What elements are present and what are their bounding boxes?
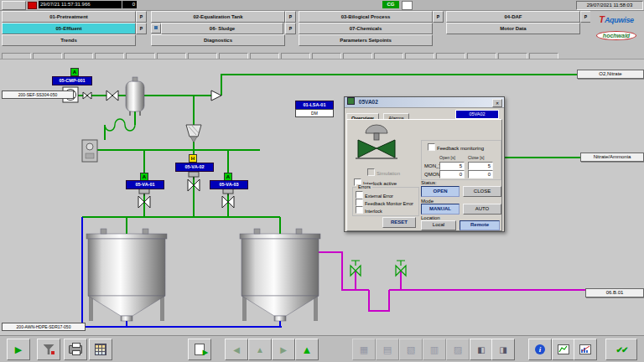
nav-forward-button[interactable]: ▶ [272, 339, 295, 360]
tool-button-5[interactable]: ▨ [446, 339, 470, 360]
back-arrow-icon: ◀ [233, 345, 240, 354]
run-button[interactable]: ▶ [7, 339, 30, 360]
nitrate-ammonia-label: Nitrate/Ammonia [580, 153, 644, 162]
outlet-06b01-label: 06.B.01 [585, 288, 644, 297]
dialog-titlebar[interactable]: 05VA02 ✕ [345, 97, 504, 108]
nav-back-button[interactable]: ◀ [225, 339, 248, 360]
cg-badge: CG [382, 1, 399, 8]
pump-box-icon [82, 140, 97, 162]
cg-aux-box [402, 1, 413, 10]
info-button[interactable]: i [528, 339, 552, 360]
errors-groupbox: Errors External Error Feedback Monitor E… [352, 187, 419, 216]
print-button[interactable] [64, 339, 87, 360]
hand-valve-icon [351, 261, 406, 276]
tool-button-3[interactable]: ▧ [399, 339, 423, 360]
trend-icon [558, 344, 569, 354]
valve-graphic-icon [354, 123, 399, 160]
simulation-checkbox[interactable]: Simulation [367, 168, 400, 178]
aerator-icon [186, 125, 201, 142]
reset-button[interactable]: RESET [382, 217, 416, 228]
local-button[interactable]: Local [421, 220, 456, 230]
tool-icon-1: ▦ [360, 344, 368, 355]
auto-button[interactable]: AUTO [463, 204, 501, 215]
close-icon[interactable]: ✕ [492, 99, 502, 107]
nav-05-effluent[interactable]: 05-Effluent [2, 23, 136, 34]
nav-trends[interactable]: Trends [2, 34, 136, 46]
compressor-status-badge: A [70, 68, 79, 76]
tank-1-icon [86, 229, 167, 321]
nav-05-p-button[interactable]: P [136, 23, 147, 34]
valve-03-tag[interactable]: 05-VA-03 [210, 180, 248, 189]
nav-01-p-button[interactable]: P [136, 11, 147, 23]
report-button[interactable] [89, 339, 112, 360]
nav-03-p-button[interactable]: P [433, 11, 444, 23]
nav-06-p-button[interactable]: P [285, 23, 296, 34]
report-grid-icon [95, 344, 106, 355]
brand-name: Aquwise [605, 16, 634, 24]
play-icon: ▶ [15, 344, 22, 355]
alarm-line-button[interactable] [2, 1, 26, 10]
alarm-indicator-icon [28, 2, 37, 9]
mon-t-open-field[interactable]: 5 [439, 162, 465, 170]
nav-02-p-button[interactable]: P [285, 11, 296, 23]
alarm-count: 0 [122, 1, 137, 8]
mon-t-close-field[interactable]: 5 [468, 162, 493, 170]
nav-motor-data[interactable]: Motor Data [446, 23, 580, 34]
nav-02-equalization-tank[interactable]: 02-Equalization Tank [151, 11, 285, 23]
trend-button[interactable] [552, 339, 575, 360]
compressor-tag[interactable]: 05-CMP-001 [52, 76, 92, 85]
inlet-pipe-label: 200-SEF-SS304-050 [2, 90, 74, 99]
export-button[interactable]: ▶ [188, 339, 211, 360]
tool-button-4[interactable]: ▥ [423, 339, 446, 360]
page-up-button[interactable]: ▲ [295, 339, 319, 360]
info-icon: i [535, 344, 545, 354]
valve-02-tag[interactable]: 05-VA-02 [175, 163, 214, 172]
nav-01-pretreatment[interactable]: 01-Pretreatment [2, 11, 136, 23]
remote-button[interactable]: Remote [460, 220, 500, 230]
open-button[interactable]: OPEN [421, 186, 460, 197]
valve-02-status-badge: H [189, 154, 197, 163]
filter-icon [44, 344, 55, 354]
brand-mark: T [599, 14, 605, 24]
bottom-toolbar: ▶ ▶ ◀ ▲ ▶ ▲ ▦ ▤ ▧ ▥ ▨ ◧ ◨ i ✔✔ [0, 335, 644, 362]
tank-2-icon [240, 229, 320, 321]
window-left-icon: ◧ [477, 345, 485, 354]
double-check-icon: ✔✔ [616, 345, 627, 354]
tool-button-1[interactable]: ▦ [352, 339, 376, 360]
window-split-button-2[interactable]: ◨ [491, 339, 515, 360]
nav-04-daf[interactable]: 04-DAF [446, 11, 580, 23]
open-seconds-header: Open [s] [439, 155, 455, 161]
chart-icon [579, 344, 591, 354]
qmon-t-open-field[interactable]: 0 [439, 170, 465, 178]
manual-button[interactable]: MANUAL [421, 204, 460, 215]
chart-button[interactable] [574, 339, 597, 360]
interlock-checkbox[interactable]: Interlock [356, 206, 382, 215]
alarm-timestamp: 29/07/21 11:57:31.966 [39, 1, 122, 8]
printer-icon [69, 345, 82, 354]
window-split-button-1[interactable]: ◧ [470, 339, 493, 360]
filter-button[interactable] [37, 339, 60, 360]
nav-parameters-setpoints[interactable]: Parameters Setpoints [299, 34, 433, 46]
nav-up-button[interactable]: ▲ [248, 339, 272, 360]
status-label: Status: [421, 179, 437, 186]
nav-07-chemicals[interactable]: 07-Chemicals [299, 23, 433, 34]
page-up-icon: ▲ [302, 344, 313, 356]
tool-icon-2: ▤ [383, 344, 392, 355]
nav-06-extra-icon[interactable] [151, 23, 161, 34]
valve-01-tag[interactable]: 05-VA-01 [126, 180, 164, 189]
dialog-tag-badge: 05VA02 [455, 110, 499, 119]
acknowledge-button[interactable]: ✔✔ [605, 339, 637, 360]
qmon-t-close-field[interactable]: 0 [468, 170, 493, 178]
nav-03-biological-process[interactable]: 03-Bilogical Process [299, 11, 433, 23]
errors-group-title: Errors [356, 184, 372, 190]
nav-06-sludge[interactable]: 06- Sludge [161, 23, 283, 34]
process-diagram-area: 200-SEF-SS304-050 200-AWN-HDPE-SDR17-050… [0, 59, 644, 336]
feedback-monitoring-checkbox[interactable]: Feedback monitoring [428, 143, 484, 153]
tool-button-2[interactable]: ▤ [376, 339, 399, 360]
tool-icon-3: ▧ [407, 344, 415, 355]
dialog-body: Simulation Interlock active Errors Exter… [346, 119, 502, 231]
alarm-slot-row [2, 49, 642, 58]
tool-icon-4: ▥ [430, 344, 439, 355]
nav-diagnostics[interactable]: Diagnostics [151, 34, 285, 46]
close-button[interactable]: CLOSE [463, 186, 501, 197]
